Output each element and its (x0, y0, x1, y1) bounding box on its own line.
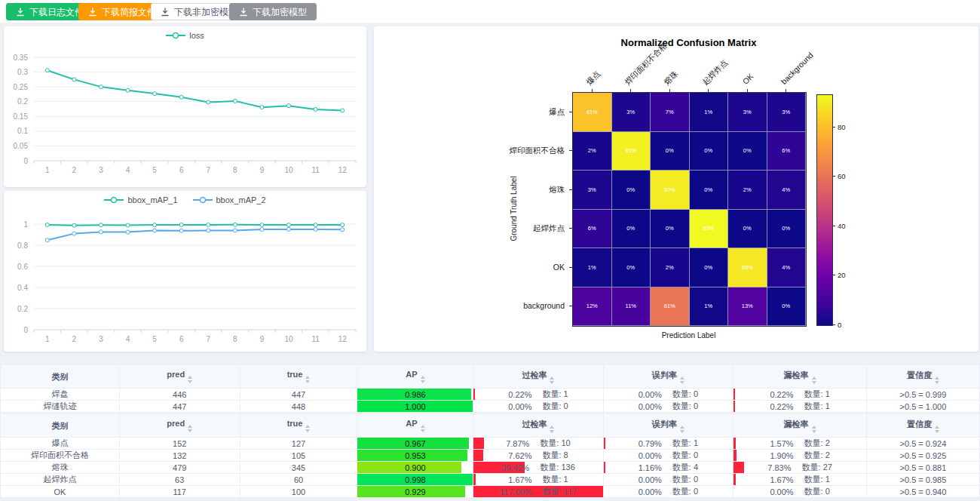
data-point (45, 69, 49, 72)
miss-percent: 0.00% (770, 487, 793, 496)
table-row: 焊盘4464470.9860.22%数量: 10.00%数量: 00.22%数量… (1, 389, 980, 401)
miss-percent: 0.22% (770, 402, 793, 411)
matrix-cell: 61% (651, 287, 690, 327)
col-header-miss-rate[interactable]: 漏检率 (733, 414, 867, 438)
col-header-confidence[interactable]: 置信度 (866, 365, 979, 389)
col-header-overkill-rate[interactable]: 过检率 (473, 414, 603, 438)
cell-true: 127 (240, 438, 357, 450)
col-header-ap[interactable]: AP (357, 365, 473, 389)
series-line (47, 229, 342, 240)
matrix-cell: 13% (728, 287, 767, 327)
toolbar: 下载日志文件 下载简报文件 下载非加密模型 下载加密模型 (0, 0, 980, 23)
cell-true: 447 (240, 389, 357, 401)
matrix-cell: 91% (612, 132, 651, 171)
cell-category: 爆点 (1, 438, 120, 450)
overkill-count: 数量: 0 (542, 401, 568, 412)
cell-overkill: 39.42%数量: 136 (473, 462, 603, 474)
sort-caret-icon[interactable] (812, 426, 816, 433)
ap-value: 0.900 (357, 463, 473, 472)
cell-miss: 1.90%数量: 2 (733, 450, 867, 462)
misjudge-percent: 0.00% (639, 475, 662, 484)
col-header-confidence[interactable]: 置信度 (866, 414, 979, 438)
matrix-row-label: OK (374, 263, 565, 272)
col-header-label: AP (406, 419, 417, 428)
cell-misjudge: 0.00%数量: 0 (603, 450, 733, 462)
matrix-cell: 3% (767, 93, 807, 132)
y-tick-label: 0.4 (17, 284, 28, 292)
cell-pred: 63 (119, 474, 240, 486)
cell-misjudge: 1.16%数量: 4 (603, 462, 733, 474)
overkill-percent: 7.87% (506, 439, 529, 448)
legend-item[interactable]: bbox_mAP_1 (104, 195, 177, 204)
x-tick-label: 4 (126, 166, 130, 174)
legend-marker-icon (104, 196, 124, 204)
data-point (179, 223, 183, 226)
table-row: 焊印面积不合格1321050.9537.62%数量: 80.00%数量: 01.… (1, 450, 980, 462)
cell-true: 105 (240, 450, 357, 462)
cell-overkill: 1.67%数量: 1 (473, 474, 603, 486)
legend-item[interactable]: bbox_mAP_2 (193, 195, 266, 204)
x-tick-label: 8 (233, 166, 237, 174)
sort-caret-icon[interactable] (812, 377, 816, 384)
cell-misjudge: 0.00%数量: 0 (603, 389, 733, 401)
col-header-pred[interactable]: pred (119, 365, 240, 389)
sort-caret-icon[interactable] (421, 425, 425, 432)
col-header-category: 类别 (1, 414, 120, 438)
sort-caret-icon[interactable] (550, 426, 554, 433)
sort-caret-icon[interactable] (305, 376, 310, 383)
cell-pred: 117 (119, 486, 240, 498)
matrix-cell: 0% (690, 171, 729, 210)
sort-caret-icon[interactable] (935, 377, 939, 384)
miss-count: 数量: 27 (802, 462, 832, 473)
col-header-label: 误判率 (652, 370, 677, 380)
cell-miss: 0.22%数量: 1 (733, 401, 867, 413)
overkill-percent: 1.67% (508, 475, 531, 484)
matrix-cell: 1% (690, 93, 729, 132)
data-point (341, 109, 345, 112)
col-header-label: 误判率 (652, 420, 677, 429)
col-header-true[interactable]: true (240, 414, 357, 438)
x-tick-label: 4 (126, 335, 130, 343)
col-header-ap[interactable]: AP (357, 414, 473, 438)
colorbar-tick-label: 0 (838, 321, 841, 329)
col-header-misjudge-rate[interactable]: 误判率 (603, 414, 733, 438)
sort-caret-icon[interactable] (421, 376, 425, 383)
sort-caret-icon[interactable] (680, 426, 684, 433)
sort-caret-icon[interactable] (188, 425, 192, 432)
sort-caret-icon[interactable] (305, 425, 310, 432)
legend-item[interactable]: loss (166, 31, 204, 40)
download-encrypted-model-button[interactable]: 下载加密模型 (229, 3, 317, 20)
map-chart: 00.20.40.60.81123456789101112 (4, 191, 366, 352)
x-tick-label: 10 (284, 166, 293, 174)
col-header-label: 过检率 (522, 370, 547, 380)
col-header-overkill-rate[interactable]: 过检率 (473, 365, 603, 389)
sort-caret-icon[interactable] (188, 376, 192, 383)
x-tick-label: 1 (45, 166, 50, 174)
col-header-label: 过检率 (522, 420, 547, 429)
col-header-misjudge-rate[interactable]: 误判率 (603, 365, 733, 389)
overkill-percent: 7.62% (508, 451, 531, 460)
sort-caret-icon[interactable] (935, 426, 939, 433)
overkill-percent: 117.00% (500, 487, 532, 496)
cell-ap: 0.986 (357, 389, 473, 401)
download-icon (161, 8, 170, 17)
matrix-cell: 0% (612, 171, 651, 210)
cell-pred: 447 (119, 401, 240, 413)
ap-value: 0.986 (357, 390, 473, 399)
col-header-pred[interactable]: pred (119, 414, 240, 438)
y-tick-label: 0.6 (17, 263, 28, 271)
cell-confidence: >0.5 = 0.940 (866, 486, 979, 498)
sort-caret-icon[interactable] (680, 377, 684, 384)
data-point (233, 99, 237, 103)
matrix-cell: 90% (651, 171, 690, 210)
sort-caret-icon[interactable] (550, 377, 554, 384)
col-header-true[interactable]: true (240, 365, 357, 389)
matrix-cell: 7% (651, 93, 690, 132)
col-header-miss-rate[interactable]: 漏检率 (733, 365, 867, 389)
data-point (287, 223, 291, 227)
x-tick-label: 9 (260, 335, 265, 343)
col-header-label: 置信度 (907, 370, 932, 380)
matrix-column-label: background (779, 51, 815, 86)
y-tick-label: 1 (23, 220, 28, 229)
colorbar-tick (832, 275, 835, 275)
